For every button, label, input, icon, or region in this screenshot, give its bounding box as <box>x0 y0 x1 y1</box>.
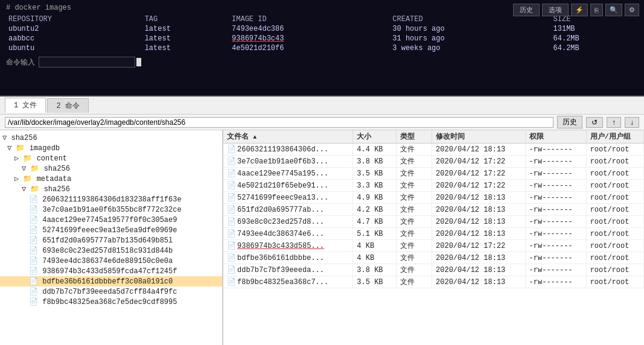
tree-item[interactable]: ▷ 📁 metadata <box>0 174 222 184</box>
tree-item[interactable]: 📄 ddb7b7c7bf39eeeda5d7cff84a4f9fc <box>0 286 222 297</box>
tree-item[interactable]: 📄 f8b9bc48325ea368c7e5dec9cdf8995 <box>0 297 222 307</box>
tree-item[interactable]: ▽ 📁 sha256 <box>0 163 222 174</box>
file-type-cell: 文件 <box>396 180 432 192</box>
table-row[interactable]: 📄693e8c0c23ed257d8... 4.7 KB 文件 2020/04/… <box>223 216 644 228</box>
file-icon: 📄 <box>227 157 236 166</box>
table-row[interactable]: 📄9386974b3c433d585... 4 KB 文件 2020/04/12… <box>223 240 644 252</box>
file-icon: 📄 <box>227 206 236 214</box>
file-name-cell: 📄f8b9bc48325ea368c7... <box>223 276 353 288</box>
table-row[interactable]: 📄26063211193864306d... 4.4 KB 文件 2020/04… <box>223 144 644 156</box>
lightning-icon-btn[interactable]: ⚡ <box>571 4 588 16</box>
options-button[interactable]: 选项 <box>542 4 569 16</box>
tree-root[interactable]: ▽ sha256 <box>0 133 222 143</box>
settings-icon-btn[interactable]: ⚙ <box>625 4 639 16</box>
tree-icon: ▷ 📁 <box>14 175 37 183</box>
tree-item[interactable]: 📄 26063211193864306d183238aff1f63e <box>0 194 222 204</box>
file-name-cell: 📄9386974b3c433d585... <box>223 240 353 252</box>
tree-label: ddb7b7c7bf39eeeda5d7cff84a4f9fc <box>42 288 177 296</box>
tree-item[interactable]: 📄 9386974b3c433d5859fcda47cf1245f <box>0 266 222 276</box>
created-cell: 3 weeks ago <box>390 43 550 53</box>
tree-item[interactable]: 📄 4aace129ee7745a19577f0f0c305ae9 <box>0 215 222 225</box>
download-button[interactable]: ↓ <box>625 117 639 128</box>
file-icon: 📄 <box>227 169 236 178</box>
file-type-cell: 文件 <box>396 252 432 264</box>
tree-label: 693e8c0c23ed257d81518c931d844b <box>42 247 173 255</box>
search-icon-btn[interactable]: 🔍 <box>605 4 622 16</box>
tag-cell: latest <box>142 34 229 43</box>
col-header-type[interactable]: 类型 <box>396 130 432 144</box>
path-input[interactable] <box>5 117 553 128</box>
tree-icon: 📄 <box>29 247 42 255</box>
table-row[interactable]: 📄651fd2d0a695777ab... 4.2 KB 文件 2020/04/… <box>223 204 644 216</box>
file-owner-cell: root/root <box>586 156 643 168</box>
refresh-button[interactable]: ↺ <box>586 117 603 128</box>
file-date-cell: 2020/04/12 18:13 <box>432 192 526 204</box>
tab-commands[interactable]: 2 命令 <box>47 98 88 113</box>
file-date-cell: 2020/04/12 17:22 <box>432 168 526 180</box>
file-name-underlined: 9386974b3c433d585... <box>237 242 324 250</box>
up-button[interactable]: ↑ <box>607 117 621 128</box>
table-row[interactable]: 📄ddb7b7c7bf39eeeda... 3.8 KB 文件 2020/04/… <box>223 264 644 276</box>
history-button[interactable]: 历史 <box>513 4 540 16</box>
tree-icon: ▽ 📁 <box>7 144 30 153</box>
file-perm-cell: -rw------- <box>525 144 586 156</box>
col-header-size[interactable]: 大小 <box>353 130 396 144</box>
file-name-cell: 📄26063211193864306d... <box>223 144 353 156</box>
file-icon: 📄 <box>227 182 236 190</box>
file-name: bdfbe36b6161dbbbe... <box>237 254 324 262</box>
col-header-perm[interactable]: 权限 <box>525 130 586 144</box>
terminal-buttons: 历史 选项 ⚡ ⎘ 🔍 ⚙ <box>513 4 639 16</box>
table-row[interactable]: 📄bdfbe36b6161dbbbe... 4 KB 文件 2020/04/12… <box>223 252 644 264</box>
tree-item[interactable]: ▽ 📁 imagedb <box>0 143 222 153</box>
tree-label: metadata <box>37 175 72 183</box>
table-row[interactable]: 📄f8b9bc48325ea368c7... 3.5 KB 文件 2020/04… <box>223 276 644 288</box>
file-icon: 📄 <box>227 242 236 250</box>
repo-cell: aabbcc <box>6 34 142 43</box>
col-tag: TAG <box>142 14 229 24</box>
file-perm-cell: -rw------- <box>525 180 586 192</box>
file-owner-cell: root/root <box>586 240 643 252</box>
tree-icon: 📄 <box>29 288 42 296</box>
tree-item[interactable]: 📄 651fd2d0a695777ab7b135d649b85l <box>0 235 222 245</box>
terminal-panel: # docker images REPOSITORY TAG IMAGE ID … <box>0 0 644 97</box>
tree-item[interactable]: ▽ 📁 sha256 <box>0 184 222 194</box>
col-header-date[interactable]: 修改时间 <box>432 130 526 144</box>
copy-icon-btn[interactable]: ⎘ <box>590 4 603 16</box>
fm-files-panel: 文件名 ▲ 大小 类型 修改时间 权限 用户/用户组 📄260632111938… <box>223 130 644 345</box>
table-row[interactable]: 📄4e5021d210f65ebe91... 3.3 KB 文件 2020/04… <box>223 180 644 192</box>
file-name-cell: 📄3e7c0ae1b91ae0f6b3... <box>223 156 353 168</box>
file-owner-cell: root/root <box>586 228 643 240</box>
image-id-cell: 7493ee4dc386 <box>229 24 390 34</box>
col-header-owner[interactable]: 用户/用户组 <box>586 130 643 144</box>
tree-item[interactable]: 📄 3e7c0ae1b91ae0f6b355bc8f772c32ce <box>0 204 222 215</box>
path-history-button[interactable]: 历史 <box>557 116 582 128</box>
tree-icon: 📄 <box>29 267 42 276</box>
table-row[interactable]: 📄52741699feeec9ea13... 4.9 KB 文件 2020/04… <box>223 192 644 204</box>
file-date-cell: 2020/04/12 18:13 <box>432 204 526 216</box>
cmd-input[interactable] <box>39 57 135 68</box>
table-row[interactable]: 📄4aace129ee7745a195... 3.5 KB 文件 2020/04… <box>223 168 644 180</box>
file-date-cell: 2020/04/12 18:13 <box>432 144 526 156</box>
file-name-cell: 📄651fd2d0a695777ab... <box>223 204 353 216</box>
tree-item[interactable]: 📄 693e8c0c23ed257d81518c931d844b <box>0 245 222 256</box>
file-owner-cell: root/root <box>586 204 643 216</box>
file-name: 4aace129ee7745a195... <box>237 169 328 178</box>
file-icon: 📄 <box>227 230 236 238</box>
file-icon: 📄 <box>227 254 236 262</box>
table-row[interactable]: 📄7493ee4dc386374e6... 5.1 KB 文件 2020/04/… <box>223 228 644 240</box>
file-date-cell: 2020/04/12 17:22 <box>432 156 526 168</box>
file-perm-cell: -rw------- <box>525 168 586 180</box>
tree-label: 52741699feeec9ea13e5ea9dfe0969e <box>42 226 177 235</box>
tree-icon: 📄 <box>29 216 42 224</box>
table-row[interactable]: 📄3e7c0ae1b91ae0f6b3... 3.8 KB 文件 2020/04… <box>223 156 644 168</box>
tree-item[interactable]: 📄 bdfbe36b6161dbbbeff3c08a0191c0 <box>0 276 222 286</box>
created-cell: 31 hours ago <box>390 34 550 43</box>
col-header-name[interactable]: 文件名 ▲ <box>223 130 353 144</box>
file-size-cell: 3.3 KB <box>353 180 396 192</box>
repo-cell: ubuntu <box>6 43 142 53</box>
tree-item[interactable]: 📄 7493ee4dc386374e6de889150c0e0a <box>0 256 222 266</box>
file-type-cell: 文件 <box>396 216 432 228</box>
tab-files[interactable]: 1 文件 <box>5 98 46 113</box>
tree-item[interactable]: 📄 52741699feeec9ea13e5ea9dfe0969e <box>0 225 222 235</box>
tree-item[interactable]: ▷ 📁 content <box>0 153 222 163</box>
